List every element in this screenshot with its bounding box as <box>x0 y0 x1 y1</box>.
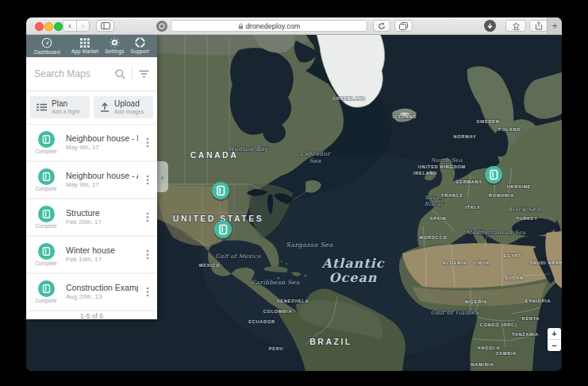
nav-settings[interactable]: Settings <box>102 34 127 57</box>
zoom-in-button[interactable]: + <box>548 328 561 340</box>
map-marker[interactable] <box>214 221 233 240</box>
close-window-button[interactable] <box>35 22 44 31</box>
address-bar[interactable]: dronedeploy.com <box>171 20 367 32</box>
grid-icon <box>80 38 90 48</box>
map-label: TURKEY <box>516 216 537 221</box>
map-label: GERMANY <box>455 179 482 184</box>
map-item-title: Construction Example <box>66 283 138 293</box>
map-canvas[interactable]: Hudson BayLabradorSeaSargasso SeaGulf of… <box>26 34 562 371</box>
map-list-item[interactable]: Complete Neighbour house - Apr... May 9t… <box>26 162 157 199</box>
back-button[interactable]: ‹ <box>63 21 76 31</box>
filter-icon[interactable] <box>139 70 149 78</box>
map-item-avatar-wrap: Complete <box>26 131 66 154</box>
share-button[interactable] <box>529 20 548 32</box>
item-menu-button[interactable] <box>138 249 157 260</box>
status-badge: Complete <box>36 261 57 266</box>
plus-icon: + <box>551 20 558 32</box>
upload-label: Upload <box>114 99 144 109</box>
map-item-title: Neighbour house - Ma... <box>66 133 138 144</box>
map-item-date: May 9th, 17 <box>66 181 138 189</box>
chevron-left-icon: ‹ <box>161 172 164 182</box>
nav-support[interactable]: Support <box>128 34 152 57</box>
map-label: Black Sea <box>507 206 540 213</box>
map-label: UNITED KINGDOM <box>418 164 466 169</box>
upload-icon <box>100 102 110 112</box>
map-label: ROMANIA <box>489 193 514 198</box>
map-marker[interactable] <box>485 166 503 185</box>
item-menu-button[interactable] <box>138 175 157 185</box>
map-list-item[interactable]: Complete Construction Example Aug 20th, … <box>26 274 157 311</box>
gear-icon <box>110 37 120 48</box>
nav-dashboard[interactable]: Dashboard <box>31 34 63 57</box>
map-item-date: Aug 20th, 13 <box>66 293 138 301</box>
drone-logo-icon <box>41 37 52 48</box>
item-menu-button[interactable] <box>138 287 157 297</box>
map-item-text: Structure Feb 20th, 17 <box>66 208 138 226</box>
map-label: UNITED STATES <box>173 214 263 223</box>
map-item-text: Winter house Feb 19th, 17 <box>66 245 138 264</box>
minimize-window-button[interactable] <box>44 22 53 31</box>
map-label: MEXICO <box>199 263 221 268</box>
map-label: Gulf of Guinea <box>431 309 479 316</box>
reload-button[interactable] <box>373 20 390 32</box>
map-item-avatar-wrap: Complete <box>26 243 66 266</box>
forward-button[interactable]: › <box>77 21 90 31</box>
search-icon[interactable] <box>115 69 125 79</box>
map-marker[interactable] <box>212 182 230 201</box>
sidebar-toggle-icon <box>101 22 110 29</box>
map-label: KENYA <box>522 316 540 321</box>
map-label: Gulf of Mexico <box>215 253 261 260</box>
map-label: Caribbean Sea <box>251 279 299 286</box>
map-list-item[interactable]: Complete Structure Feb 20th, 17 <box>26 199 157 237</box>
map-item-text: Neighbour house - Ma... May 9th, 17 <box>66 133 138 152</box>
map-label: SAUDI ARABIA <box>529 261 562 265</box>
map-item-avatar-wrap: Complete <box>26 206 66 229</box>
item-menu-button[interactable] <box>138 137 157 148</box>
dronedeploy-map-icon <box>38 206 55 222</box>
status-badge: Complete <box>36 298 57 303</box>
downloads-button[interactable] <box>505 20 526 32</box>
sidebar-collapse-handle[interactable]: ‹ <box>156 161 168 192</box>
map-label: LIBYA <box>474 261 490 265</box>
map-item-title: Neighbour house - Apr... <box>66 171 138 181</box>
dronedeploy-map-icon <box>38 168 55 185</box>
status-badge: Complete <box>36 149 57 154</box>
new-tab-button[interactable]: + <box>547 17 562 34</box>
sidebar-toggle-button[interactable] <box>96 20 114 32</box>
action-buttons: Plan Add a flight Upload Add Images <box>26 91 157 125</box>
map-label: TANZANIA <box>512 332 539 337</box>
search-bar[interactable]: Search Maps <box>26 57 157 91</box>
zoom-window-button[interactable] <box>54 22 63 31</box>
map-label: North Sea <box>431 157 463 164</box>
search-input[interactable]: Search Maps <box>34 68 115 79</box>
map-list-item[interactable]: Complete Winter house Feb 19th, 17 <box>26 237 157 274</box>
map-item-date: Feb 20th, 17 <box>66 218 138 226</box>
sidebar-panel: Dashboard App Market Settings <box>26 34 157 319</box>
url-text: dronedeploy.com <box>246 22 300 30</box>
tab-overview-icon <box>399 22 408 30</box>
status-badge: Complete <box>36 186 57 191</box>
map-label: NIGERIA <box>465 299 488 304</box>
dronedeploy-map-icon <box>38 280 55 297</box>
extension-icon[interactable] <box>156 21 167 32</box>
list-icon <box>37 103 47 111</box>
status-badge: Complete <box>36 223 57 229</box>
lifering-icon <box>135 37 145 48</box>
dronedeploy-map-icon <box>38 131 55 148</box>
zoom-out-button[interactable]: − <box>548 340 561 351</box>
map-label: ECUADOR <box>248 319 275 324</box>
tab-overview-button[interactable] <box>394 20 413 32</box>
plan-button[interactable]: Plan Add a flight <box>30 96 90 118</box>
download-progress-indicator[interactable] <box>484 20 496 32</box>
search-divider <box>132 67 133 81</box>
map-label: SPAIN <box>430 216 446 221</box>
item-menu-button[interactable] <box>138 212 157 222</box>
dronedeploy-map-icon <box>38 243 55 260</box>
map-item-title: Winter house <box>66 245 138 256</box>
map-list-item[interactable]: Complete Neighbour house - Ma... May 9th… <box>26 125 157 162</box>
map-label: ALGERIA <box>443 261 467 265</box>
map-label: COLOMBIA <box>263 309 292 314</box>
nav-app-market[interactable]: App Market <box>68 34 102 57</box>
map-label: ICELAND <box>393 114 417 119</box>
upload-button[interactable]: Upload Add Images <box>94 96 153 118</box>
